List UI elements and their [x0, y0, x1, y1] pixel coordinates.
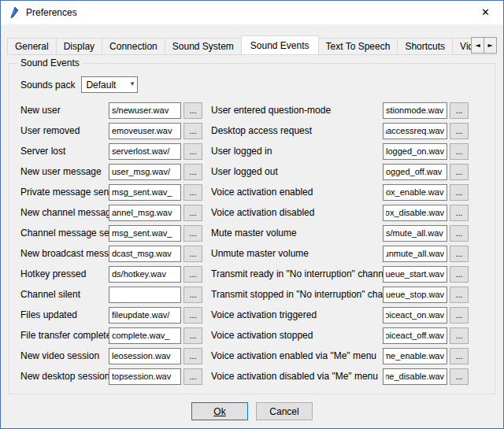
sound-event-row: Channel message sent...Mute master volum…	[20, 225, 495, 241]
browse-button[interactable]: ...	[183, 205, 202, 221]
sound-event-label: Files updated	[20, 309, 109, 320]
browse-button[interactable]: ...	[183, 307, 202, 324]
sound-file-input[interactable]	[109, 307, 181, 324]
tab-bar: GeneralDisplayConnectionSound SystemSoun…	[7, 35, 497, 55]
sound-file-input[interactable]	[383, 266, 447, 283]
tab-scroll-left-icon[interactable]: ◄	[471, 37, 484, 54]
browse-button[interactable]: ...	[183, 368, 202, 385]
sound-events-group: Sound Events Sounds pack Default ▾ New u…	[9, 63, 495, 394]
sound-file-input[interactable]	[383, 368, 447, 385]
browse-button[interactable]: ...	[183, 287, 202, 303]
browse-button[interactable]: ...	[450, 327, 469, 344]
sound-file-input[interactable]	[383, 164, 447, 180]
sounds-pack-value: Default	[86, 80, 116, 91]
browse-button[interactable]: ...	[183, 327, 202, 344]
sound-file-input[interactable]	[109, 143, 181, 160]
sound-file-input[interactable]	[383, 184, 447, 201]
sound-event-label: New user	[20, 105, 109, 116]
sound-file-input[interactable]	[109, 246, 181, 262]
browse-button[interactable]: ...	[183, 266, 202, 283]
sound-event-label: Voice activation enabled	[211, 187, 383, 198]
sound-file-input[interactable]	[109, 348, 181, 364]
sound-file-input[interactable]	[109, 123, 181, 139]
browse-button[interactable]: ...	[183, 348, 202, 364]
sound-file-input[interactable]	[383, 348, 447, 364]
browse-button[interactable]: ...	[183, 225, 202, 242]
sound-event-row: Channel silent...Transmit stopped in "No…	[20, 287, 495, 302]
sounds-pack-label: Sounds pack	[20, 80, 75, 91]
browse-button[interactable]: ...	[450, 307, 469, 324]
browse-button[interactable]: ...	[450, 287, 469, 303]
sound-event-label: User logged in	[211, 146, 383, 157]
sound-event-label: Unmute master volume	[211, 248, 383, 259]
sound-event-label: Voice activation triggered	[211, 309, 383, 320]
sound-file-input[interactable]	[383, 246, 447, 262]
sound-event-row: File transfer complete...Voice activatio…	[20, 327, 495, 343]
sound-file-input[interactable]	[383, 307, 447, 324]
cancel-button[interactable]: Cancel	[256, 402, 313, 420]
sound-file-input[interactable]	[109, 287, 181, 303]
tab-text-to-speech[interactable]: Text To Speech	[318, 38, 398, 54]
sound-file-input[interactable]	[383, 143, 447, 160]
sounds-pack-row: Sounds pack Default ▾	[20, 76, 495, 93]
sound-file-input[interactable]	[109, 164, 181, 180]
close-icon[interactable]: ✕	[468, 1, 503, 24]
browse-button[interactable]: ...	[183, 246, 202, 262]
sound-file-input[interactable]	[383, 123, 447, 139]
browse-button[interactable]: ...	[183, 123, 202, 139]
sound-event-row: New user message...User logged out...	[20, 164, 495, 179]
browse-button[interactable]: ...	[450, 266, 469, 283]
tab-sound-system[interactable]: Sound System	[165, 38, 242, 54]
tab-sound-events[interactable]: Sound Events	[241, 35, 319, 55]
tab-general[interactable]: General	[7, 38, 57, 54]
browse-button[interactable]: ...	[450, 368, 469, 385]
sound-event-label: Channel message sent	[20, 227, 109, 239]
browse-button[interactable]: ...	[450, 246, 469, 262]
sound-event-row: New user...User entered question-mode...	[20, 102, 495, 118]
sound-event-row: New video session...Voice activation ena…	[20, 348, 495, 364]
sound-event-label: File transfer complete	[20, 330, 109, 341]
app-icon	[8, 6, 20, 19]
tab-connection[interactable]: Connection	[102, 38, 165, 54]
tab-shortcuts[interactable]: Shortcuts	[397, 38, 453, 54]
browse-button[interactable]: ...	[450, 205, 469, 221]
sound-file-input[interactable]	[109, 205, 181, 221]
browse-button[interactable]: ...	[450, 164, 469, 180]
sound-file-input[interactable]	[383, 102, 447, 119]
sound-file-input[interactable]	[109, 266, 181, 283]
sound-file-input[interactable]	[109, 368, 181, 385]
browse-button[interactable]: ...	[450, 348, 469, 364]
browse-button[interactable]: ...	[450, 123, 469, 139]
browse-button[interactable]: ...	[450, 184, 469, 201]
tab-display[interactable]: Display	[56, 38, 102, 54]
sound-event-row: Server lost...User logged in...	[20, 143, 495, 159]
sound-file-input[interactable]	[109, 184, 181, 201]
window-title: Preferences	[26, 7, 77, 18]
sound-event-label: New user message	[20, 166, 109, 177]
browse-button[interactable]: ...	[450, 225, 469, 242]
browse-button[interactable]: ...	[450, 102, 469, 119]
sound-event-row: Files updated...Voice activation trigger…	[20, 307, 495, 323]
sound-file-input[interactable]	[383, 287, 447, 303]
sound-file-input[interactable]	[109, 225, 181, 242]
tab-scroll-spinner: ◄ ►	[472, 37, 497, 54]
browse-button[interactable]: ...	[450, 143, 469, 160]
sound-file-input[interactable]	[383, 225, 447, 242]
sound-file-input[interactable]	[383, 327, 447, 344]
browse-button[interactable]: ...	[183, 143, 202, 160]
sound-event-row: New broadcast message...Unmute master vo…	[20, 246, 495, 261]
browse-button[interactable]: ...	[183, 164, 202, 180]
sound-event-label: User entered question-mode	[211, 105, 383, 116]
sound-event-row: User removed...Desktop access request...	[20, 123, 495, 139]
browse-button[interactable]: ...	[183, 102, 202, 119]
sounds-pack-dropdown[interactable]: Default ▾	[81, 76, 138, 93]
ok-button[interactable]: Ok	[191, 402, 248, 420]
tab-scroll-right-icon[interactable]: ►	[484, 37, 497, 54]
sound-file-input[interactable]	[109, 327, 181, 344]
sound-file-input[interactable]	[109, 102, 181, 119]
sound-event-label: User logged out	[211, 166, 383, 177]
browse-button[interactable]: ...	[183, 184, 202, 201]
sound-event-label: Private message sent	[20, 187, 109, 198]
sound-file-input[interactable]	[383, 205, 447, 221]
sound-event-label: Desktop access request	[211, 125, 383, 136]
